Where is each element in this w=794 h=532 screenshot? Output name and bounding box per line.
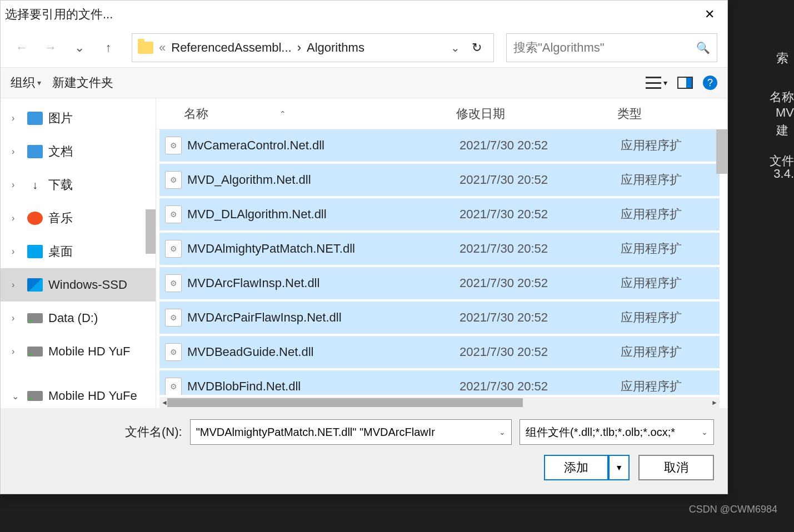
organize-button[interactable]: 组织▾	[11, 74, 41, 91]
sidebar-item[interactable]: › 桌面	[1, 235, 156, 268]
sidebar-item[interactable]: ⌄ Mobile HD YuFe	[1, 379, 156, 408]
search-icon[interactable]: 🔍	[696, 41, 710, 54]
scroll-thumb[interactable]	[167, 398, 523, 407]
view-button[interactable]: ▾	[646, 77, 667, 89]
ico-drive-icon	[27, 313, 43, 323]
file-date: 2021/7/30 20:52	[460, 207, 621, 222]
bg-text: 3.4.	[773, 167, 794, 181]
add-dropdown[interactable]: ▼	[608, 455, 630, 480]
sidebar-item-label: 图片	[48, 110, 73, 127]
chevron-icon: ›	[12, 180, 22, 190]
bg-text: 建	[776, 122, 788, 139]
preview-pane-button[interactable]	[677, 77, 693, 89]
file-open-dialog: 选择要引用的文件... ✕ ← → ⌄ ↑ « ReferencedAssemb…	[0, 0, 728, 494]
file-type: 应用程序扩	[621, 378, 720, 395]
chevron-icon: ›	[12, 247, 22, 257]
dll-file-icon	[165, 378, 182, 395]
col-name[interactable]: 名称⌃	[156, 106, 456, 122]
dialog-body: › 图片› 文档› ↓ 下载› 音乐› 桌面› Windows-SSD› Dat…	[1, 98, 727, 408]
chevron-icon: ⌄	[12, 391, 22, 401]
search-input[interactable]	[513, 41, 696, 55]
sidebar-item-label: 音乐	[48, 210, 73, 227]
sidebar-item-label: 下载	[48, 177, 73, 193]
sidebar-item[interactable]: › Mobile HD YuF	[1, 335, 156, 368]
file-row[interactable]: MVDBlobFind.Net.dll 2021/7/30 20:52 应用程序…	[159, 370, 720, 395]
col-date[interactable]: 修改日期	[456, 106, 617, 122]
file-name: MVDArcPairFlawInsp.Net.dll	[187, 310, 460, 325]
file-date: 2021/7/30 20:52	[460, 276, 621, 290]
refresh-button[interactable]: ↻	[466, 41, 488, 55]
up-button[interactable]: ↑	[97, 37, 119, 59]
search-box[interactable]: 🔍	[506, 33, 717, 62]
sidebar-item[interactable]: › 图片	[1, 102, 156, 135]
dll-file-icon	[165, 343, 182, 361]
file-area: 名称⌃ 修改日期 类型 MvCameraControl.Net.dll 2021…	[156, 98, 727, 408]
help-button[interactable]: ?	[703, 76, 717, 90]
file-type: 应用程序扩	[621, 240, 720, 257]
toolbar: 组织▾ 新建文件夹 ▾ ?	[1, 67, 727, 98]
bg-text: MV	[776, 106, 794, 120]
scroll-right-icon[interactable]: ►	[710, 397, 720, 408]
file-row[interactable]: MVDBeadGuide.Net.dll 2021/7/30 20:52 应用程…	[159, 336, 720, 368]
file-type: 应用程序扩	[621, 206, 720, 223]
file-name: MVD_DLAlgorithm.Net.dll	[187, 207, 460, 222]
sidebar: › 图片› 文档› ↓ 下载› 音乐› 桌面› Windows-SSD› Dat…	[1, 98, 156, 408]
chevron-icon: ›	[12, 347, 22, 357]
col-type[interactable]: 类型	[617, 106, 727, 122]
chevron-icon: ›	[12, 147, 22, 157]
file-date: 2021/7/30 20:52	[460, 310, 621, 325]
nav-bar: ← → ⌄ ↑ « ReferencedAssembl... › Algorit…	[1, 28, 727, 67]
file-row[interactable]: MVDAlmightyPatMatch.NET.dll 2021/7/30 20…	[159, 233, 720, 265]
sidebar-scrollbar[interactable]	[146, 209, 156, 254]
file-row[interactable]: MVDArcPairFlawInsp.Net.dll 2021/7/30 20:…	[159, 302, 720, 334]
sidebar-item[interactable]: › Windows-SSD	[1, 268, 156, 302]
dll-file-icon	[165, 205, 182, 223]
file-type: 应用程序扩	[621, 137, 720, 154]
newfolder-button[interactable]: 新建文件夹	[52, 74, 113, 91]
file-name: MVDAlmightyPatMatch.NET.dll	[187, 242, 460, 256]
filename-value: "MVDAlmightyPatMatch.NET.dll" "MVDArcFla…	[196, 426, 435, 439]
file-name: MVDBeadGuide.Net.dll	[187, 345, 460, 359]
forward-button[interactable]: →	[39, 37, 62, 59]
sidebar-item[interactable]: › 文档	[1, 135, 156, 168]
vertical-scrollbar[interactable]	[716, 129, 727, 174]
file-date: 2021/7/30 20:52	[460, 242, 621, 256]
breadcrumb-part[interactable]: ReferencedAssembl...	[171, 41, 291, 55]
sidebar-item-label: 桌面	[48, 243, 73, 260]
back-button[interactable]: ←	[11, 37, 33, 59]
chevron-down-icon[interactable]: ⌄	[499, 428, 506, 436]
ico-music-icon	[27, 212, 43, 225]
file-row[interactable]: MvCameraControl.Net.dll 2021/7/30 20:52 …	[159, 129, 720, 162]
chevron-down-icon[interactable]: ⌄	[451, 41, 460, 54]
breadcrumb-part[interactable]: Algorithms	[307, 41, 364, 55]
file-row[interactable]: MVD_Algorithm.Net.dll 2021/7/30 20:52 应用…	[159, 164, 720, 196]
file-type: 应用程序扩	[621, 344, 720, 360]
sidebar-item[interactable]: › Data (D:)	[1, 302, 156, 335]
sort-indicator-icon: ⌃	[279, 109, 286, 118]
file-row[interactable]: MVDArcFlawInsp.Net.dll 2021/7/30 20:52 应…	[159, 267, 720, 299]
file-name: MVDBlobFind.Net.dll	[187, 379, 460, 394]
folder-icon	[138, 42, 153, 54]
cancel-button[interactable]: 取消	[638, 455, 714, 480]
file-type: 应用程序扩	[621, 309, 720, 326]
file-name: MVD_Algorithm.Net.dll	[187, 173, 460, 187]
recent-dropdown[interactable]: ⌄	[68, 37, 91, 59]
filename-input[interactable]: "MVDAlmightyPatMatch.NET.dll" "MVDArcFla…	[190, 419, 512, 445]
file-type: 应用程序扩	[621, 275, 720, 292]
ico-pic-icon	[27, 112, 43, 125]
sidebar-item-label: Mobile HD YuFe	[48, 389, 137, 403]
breadcrumb[interactable]: « ReferencedAssembl... › Algorithms ⌄ ↻	[132, 33, 494, 62]
sidebar-item[interactable]: › 音乐	[1, 202, 156, 235]
file-row[interactable]: MVD_DLAlgorithm.Net.dll 2021/7/30 20:52 …	[159, 198, 720, 230]
close-button[interactable]: ✕	[696, 3, 723, 26]
breadcrumb-sep: «	[159, 41, 166, 55]
filter-dropdown[interactable]: 组件文件(*.dll;*.tlb;*.olb;*.ocx;* ⌄	[520, 419, 714, 445]
sidebar-item[interactable]: › ↓ 下载	[1, 168, 156, 202]
add-button[interactable]: 添加	[544, 455, 608, 480]
sidebar-item-label: 文档	[48, 143, 73, 160]
file-date: 2021/7/30 20:52	[460, 379, 621, 394]
chevron-icon: ›	[12, 113, 22, 123]
horizontal-scrollbar[interactable]: ◄ ►	[159, 397, 720, 408]
ico-win-icon	[27, 278, 43, 292]
chevron-down-icon[interactable]: ⌄	[701, 428, 708, 436]
